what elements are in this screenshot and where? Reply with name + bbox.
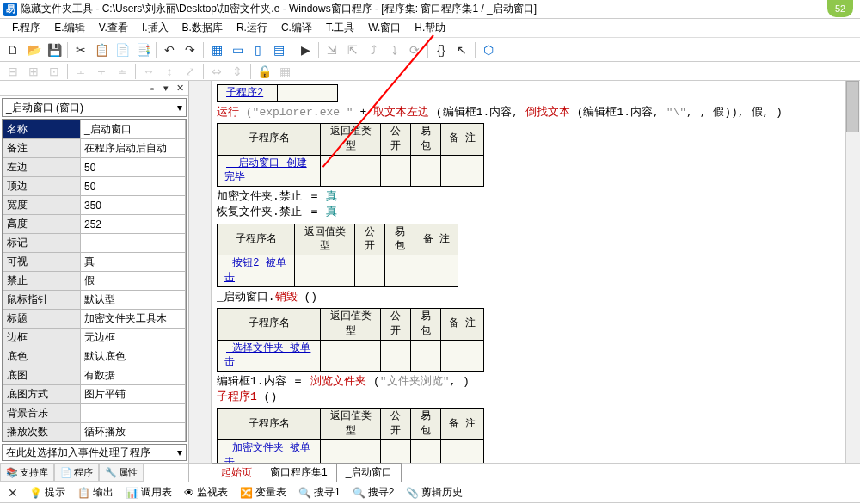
bottom-vars[interactable]: 🔀变量表 (235, 483, 292, 501)
align5-icon[interactable]: ⫟ (92, 62, 111, 81)
open-icon[interactable]: 📂 (24, 40, 43, 59)
window-title: 隐藏文件夹工具 - C:\Users\刘永丽\Desktop\加密文件夹.e -… (21, 2, 537, 16)
panel-btn1-icon[interactable]: ▫ (145, 82, 159, 95)
sub-table-4[interactable]: 子程序名返回值类型公开易包备 注_加密文件夹_被单击 (217, 408, 484, 463)
brace-icon[interactable]: {} (432, 40, 451, 59)
editor-tabs: 起始页 窗口程序集1 _启动窗口 (189, 463, 860, 482)
prop-row[interactable]: 底图有数据 (3, 366, 186, 385)
prop-row[interactable]: 边框无边框 (3, 329, 186, 347)
prop-row[interactable]: 播放次数循环播放 (3, 423, 186, 442)
redo-icon[interactable]: ↷ (181, 40, 200, 59)
save-icon[interactable]: 💾 (45, 40, 64, 59)
object-selector[interactable]: _启动窗口 (窗口)▾ (2, 98, 187, 117)
prop-row[interactable]: 高度252 (3, 215, 186, 234)
titlebar: 易 隐藏文件夹工具 - C:\Users\刘永丽\Desktop\加密文件夹.e… (0, 0, 860, 19)
undo-icon[interactable]: ↶ (160, 40, 179, 59)
bottom-search1[interactable]: 🔍搜寻1 (293, 483, 346, 501)
toggle4-icon[interactable]: ▤ (269, 40, 288, 59)
prop-row[interactable]: 备注在程序启动后自动 (3, 139, 186, 158)
bottom-tabs: ✕ 💡提示 📋输出 📊调用表 👁监视表 🔀变量表 🔍搜寻1 🔍搜寻2 📎剪辑历史 (0, 482, 860, 502)
prop-row[interactable]: 背景音乐 (3, 404, 186, 423)
paste-icon[interactable]: 📄 (113, 40, 132, 59)
event-selector[interactable]: 在此处选择加入事件处理子程序▾ (2, 444, 187, 461)
sz3-icon[interactable]: ⤢ (181, 62, 200, 81)
menu-insert[interactable]: I.插入 (135, 19, 175, 37)
bottom-tips[interactable]: 💡提示 (24, 483, 71, 501)
align4-icon[interactable]: ⫠ (71, 62, 90, 81)
grid-icon[interactable]: ▦ (275, 62, 294, 81)
run-icon[interactable]: ▶ (296, 40, 315, 59)
align2-icon[interactable]: ⊞ (24, 62, 43, 81)
left-tabs: 📚支持库 📄程序 🔧属性 (0, 463, 188, 482)
dbg1-icon[interactable]: ⇲ (322, 40, 341, 59)
menu-help[interactable]: H.帮助 (408, 19, 452, 37)
align1-icon[interactable]: ⊟ (3, 62, 22, 81)
new-icon[interactable]: 🗋 (3, 40, 22, 59)
sp2-icon[interactable]: ⇕ (228, 62, 247, 81)
tab-properties[interactable]: 🔧属性 (99, 464, 144, 482)
bottom-callstack[interactable]: 📊调用表 (120, 483, 177, 501)
menu-tools[interactable]: T.工具 (319, 19, 361, 37)
bottom-search2[interactable]: 🔍搜寻2 (347, 483, 400, 501)
tab-support-lib[interactable]: 📚支持库 (0, 464, 54, 482)
sub-table-3[interactable]: 子程序名返回值类型公开易包备 注_选择文件夹_被单击 (217, 308, 484, 372)
tab-program[interactable]: 📄程序 (54, 464, 99, 482)
sz2-icon[interactable]: ↕ (160, 62, 179, 81)
menu-run[interactable]: R.运行 (230, 19, 274, 37)
ext-icon[interactable]: ⬡ (479, 40, 498, 59)
property-grid[interactable]: 名称_启动窗口备注在程序启动后自动左边50顶边50宽度350高度252标记可视真… (2, 119, 187, 442)
prop-row[interactable]: 禁止假 (3, 272, 186, 291)
cursor-icon[interactable]: ↖ (452, 40, 471, 59)
toolbar-2: ⊟ ⊞ ⊡ ⫠ ⫟ ⫨ ↔ ↕ ⤢ ⇔ ⇕ 🔒 ▦ (0, 62, 860, 81)
prop-row[interactable]: 标题加密文件夹工具木 (3, 310, 186, 329)
tab-window[interactable]: _启动窗口 (336, 463, 402, 482)
menu-view[interactable]: V.查看 (92, 19, 135, 37)
prop-row[interactable]: 底色默认底色 (3, 347, 186, 366)
prop-row[interactable]: 顶边50 (3, 177, 186, 196)
prop-row[interactable]: 宽度350 (3, 196, 186, 215)
toolbar-1: 🗋 📂 💾 ✂ 📋 📄 📑 ↶ ↷ ▦ ▭ ▯ ▤ ▶ ⇲ ⇱ ⤴ ⤵ ⟳ {}… (0, 38, 860, 62)
cut-icon[interactable]: ✂ (71, 40, 90, 59)
prop-row[interactable]: 标记 (3, 234, 186, 253)
bottom-cliphist[interactable]: 📎剪辑历史 (401, 483, 468, 501)
menubar: F.程序 E.编辑 V.查看 I.插入 B.数据库 R.运行 C.编译 T.工具… (0, 19, 860, 38)
menu-database[interactable]: B.数据库 (175, 19, 230, 37)
menu-edit[interactable]: E.编辑 (47, 19, 91, 37)
panel-btn2-icon[interactable]: ▾ (159, 82, 173, 95)
paste2-icon[interactable]: 📑 (133, 40, 152, 59)
panel-close-icon[interactable]: ✕ (173, 82, 187, 95)
menu-program[interactable]: F.程序 (5, 19, 47, 37)
prop-row[interactable]: 左边50 (3, 158, 186, 177)
prop-row[interactable]: 名称_启动窗口 (3, 120, 186, 139)
editor-gutter (189, 81, 212, 463)
bottom-output[interactable]: 📋输出 (72, 483, 119, 501)
menu-compile[interactable]: C.编译 (274, 19, 319, 37)
properties-panel: ▫ ▾ ✕ _启动窗口 (窗口)▾ 名称_启动窗口备注在程序启动后自动左边50顶… (0, 81, 189, 482)
app-icon: 易 (3, 3, 17, 16)
toggle2-icon[interactable]: ▭ (228, 40, 247, 59)
sp1-icon[interactable]: ⇔ (207, 62, 226, 81)
toggle3-icon[interactable]: ▯ (249, 40, 267, 59)
align6-icon[interactable]: ⫨ (113, 62, 132, 81)
sz1-icon[interactable]: ↔ (139, 62, 158, 81)
collapse-icon[interactable]: ✕ (3, 483, 22, 502)
toggle1-icon[interactable]: ▦ (207, 40, 226, 59)
sub-table-2[interactable]: 子程序名返回值类型公开易包备 注_按钮2_被单击 (217, 224, 458, 287)
copy-icon[interactable]: 📋 (92, 40, 111, 59)
chevron-down-icon: ▾ (177, 101, 182, 114)
bottom-watch[interactable]: 👁监视表 (179, 483, 233, 501)
tab-start[interactable]: 起始页 (212, 463, 261, 482)
menu-window[interactable]: W.窗口 (361, 19, 408, 37)
prop-row[interactable]: 底图方式图片平铺 (3, 385, 186, 404)
notification-badge[interactable]: 52 (827, 0, 853, 17)
chevron-down-icon: ▾ (177, 446, 182, 458)
dbg4-icon[interactable]: ⤵ (384, 40, 403, 59)
prop-row[interactable]: 可视真 (3, 253, 186, 272)
align3-icon[interactable]: ⊡ (45, 62, 64, 81)
code-editor[interactable]: 子程序2 运行 ("explorer.exe " + 取文本左边 (编辑框1.内… (189, 81, 860, 482)
dbg3-icon[interactable]: ⤴ (364, 40, 383, 59)
tab-assembly[interactable]: 窗口程序集1 (261, 463, 337, 482)
lock-icon[interactable]: 🔒 (255, 62, 273, 81)
prop-row[interactable]: 鼠标指针默认型 (3, 291, 186, 310)
dbg2-icon[interactable]: ⇱ (343, 40, 362, 59)
